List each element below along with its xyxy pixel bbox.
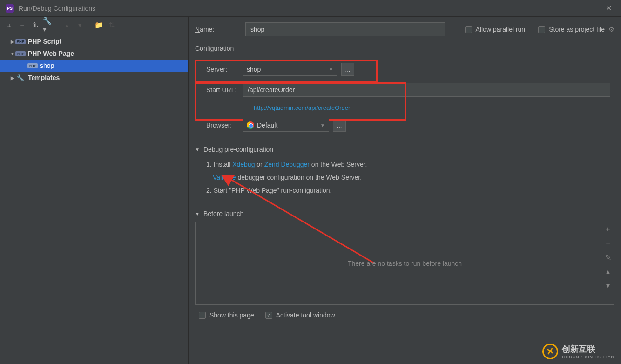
activate-tool-window-checkbox[interactable]: ✓ Activate tool window: [265, 311, 335, 319]
section-label: Debug pre-configuration: [203, 146, 273, 153]
edit-defaults-button[interactable]: 🔧▾: [43, 20, 54, 31]
remove-task-button[interactable]: −: [603, 238, 613, 249]
server-browse-button[interactable]: ...: [341, 63, 354, 76]
debug-steps: 1.Install Xdebug or Zend Debugger on the…: [195, 158, 614, 197]
php-icon: PHP: [28, 62, 37, 69]
validate-link[interactable]: Validate: [213, 174, 236, 181]
checkbox-label: Allow parallel run: [476, 26, 526, 33]
watermark-brand: 创新互联: [562, 344, 595, 354]
copy-config-button[interactable]: 🗐: [30, 20, 41, 31]
select-value: Default: [257, 121, 277, 129]
add-config-button[interactable]: +: [4, 20, 15, 31]
browser-select[interactable]: Default ▼: [243, 119, 329, 132]
before-launch-list: There are no tasks to run before launch …: [195, 222, 614, 305]
chrome-icon: [247, 121, 254, 129]
browser-label: Browser:: [206, 121, 243, 129]
name-input[interactable]: [245, 22, 446, 36]
browser-browse-button[interactable]: ...: [333, 119, 346, 132]
watermark-icon: ✕: [541, 342, 560, 360]
edit-task-button[interactable]: ✎: [603, 252, 613, 263]
checkbox-icon: [465, 26, 472, 33]
checkbox-label: Activate tool window: [276, 311, 335, 319]
checkbox-label: Store as project file: [549, 26, 605, 33]
move-up-button[interactable]: ▴: [61, 20, 73, 31]
watermark: ✕ 创新互联 CHUANG XIN HU LIAN: [542, 344, 614, 359]
expand-icon: ▶: [9, 75, 16, 81]
before-launch-header[interactable]: ▼ Before launch: [195, 210, 614, 217]
collapse-icon: ▼: [195, 211, 200, 216]
checkbox-icon: [199, 312, 206, 319]
server-select[interactable]: shop ▼: [243, 63, 338, 76]
tree-item-php-web-page[interactable]: ▼ PHP PHP Web Page: [0, 47, 188, 60]
title-bar: PS Run/Debug Configurations ✕: [0, 0, 621, 17]
tree-label: PHP Web Page: [28, 50, 74, 57]
remove-config-button[interactable]: −: [17, 20, 28, 31]
empty-message: There are no tasks to run before launch: [348, 260, 462, 267]
wrench-icon: 🔧: [16, 74, 25, 81]
collapse-icon: ▼: [9, 51, 16, 56]
tree-label: PHP Script: [28, 38, 61, 45]
debug-step-2: 2.Start "PHP Web Page" run-configuration…: [206, 184, 614, 197]
debug-step-validate: Validate debugger configuration on the W…: [206, 171, 614, 184]
main-panel: Name: Allow parallel run Store as projec…: [189, 17, 621, 364]
start-url-input[interactable]: [243, 83, 610, 97]
chevron-down-icon: ▼: [320, 123, 325, 128]
checkbox-label: Show this page: [209, 311, 254, 319]
app-icon: PS: [6, 4, 14, 13]
gear-icon[interactable]: ⚙: [608, 26, 614, 33]
start-url-label: Start URL:: [206, 86, 243, 94]
sort-button[interactable]: ⇅: [106, 20, 117, 31]
collapse-icon: ▼: [195, 147, 200, 152]
tree-item-templates[interactable]: ▶ 🔧 Templates: [0, 72, 188, 84]
section-label: Before launch: [203, 210, 243, 217]
tree-item-shop[interactable]: PHP shop: [0, 60, 188, 72]
move-task-down-button[interactable]: ▾: [603, 280, 613, 290]
move-down-button[interactable]: ▾: [74, 20, 86, 31]
store-project-file-checkbox[interactable]: Store as project file ⚙: [538, 26, 614, 33]
add-task-button[interactable]: +: [603, 224, 613, 235]
tree-item-php-script[interactable]: ▶ PHP PHP Script: [0, 35, 188, 47]
allow-parallel-checkbox[interactable]: Allow parallel run: [465, 26, 526, 33]
config-toolbar: + − 🗐 🔧▾ ▴ ▾ 📁 ⇅: [0, 17, 188, 34]
select-value: shop: [247, 66, 261, 73]
chevron-down-icon: ▼: [329, 67, 333, 72]
server-label: Server:: [206, 66, 243, 73]
zend-link[interactable]: Zend Debugger: [264, 161, 310, 168]
php-icon: PHP: [16, 50, 25, 57]
php-icon: PHP: [16, 38, 25, 45]
folder-button[interactable]: 📁: [93, 20, 104, 31]
expand-icon: ▶: [9, 39, 16, 44]
tree-label: shop: [40, 62, 54, 69]
move-task-up-button[interactable]: ▴: [603, 266, 613, 276]
tree-label: Templates: [28, 74, 60, 81]
sidebar: + − 🗐 🔧▾ ▴ ▾ 📁 ⇅ ▶ PHP PHP Script ▼ PHP …: [0, 17, 189, 364]
watermark-sub: CHUANG XIN HU LIAN: [562, 355, 614, 359]
debug-step-1: 1.Install Xdebug or Zend Debugger on the…: [206, 158, 614, 171]
config-tree: ▶ PHP PHP Script ▼ PHP PHP Web Page PHP …: [0, 34, 188, 364]
close-button[interactable]: ✕: [602, 2, 615, 14]
show-this-page-checkbox[interactable]: Show this page: [199, 311, 254, 319]
xdebug-link[interactable]: Xdebug: [232, 161, 255, 168]
full-url-link[interactable]: http://yqtadmin.com/api/createOrder: [254, 104, 350, 111]
name-label: Name:: [195, 26, 245, 33]
checkbox-icon: [538, 26, 545, 33]
checkbox-icon: ✓: [265, 312, 272, 319]
debug-preconfig-header[interactable]: ▼ Debug pre-configuration: [195, 146, 614, 153]
window-title: Run/Debug Configurations: [19, 5, 95, 12]
configuration-section-title: Configuration: [195, 45, 614, 54]
